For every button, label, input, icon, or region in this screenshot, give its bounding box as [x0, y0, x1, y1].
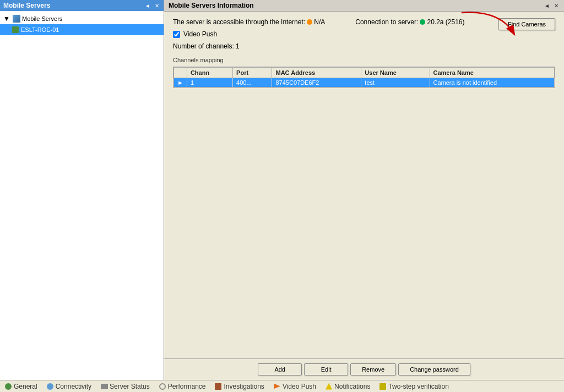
- cell-cameraname: Camera is not identified: [430, 78, 555, 88]
- edit-button[interactable]: Edit: [304, 363, 348, 375]
- connectivity-icon: [46, 383, 54, 390]
- row-arrow-cell: ►: [174, 78, 187, 88]
- connection-status-dot: [420, 19, 425, 25]
- status-investigations-label: Investigations: [224, 383, 264, 390]
- internet-status-value: N/A: [314, 18, 325, 26]
- sidebar-pin-button[interactable]: ◄: [144, 3, 151, 9]
- tree-item-eslt-label: ESLT-ROE-01: [21, 26, 59, 33]
- add-button[interactable]: Add: [258, 363, 302, 375]
- notifications-icon: [325, 383, 333, 390]
- col-channel: Chann: [187, 68, 232, 78]
- change-password-button[interactable]: Change password: [398, 363, 470, 375]
- status-notifications-label: Notifications: [334, 383, 370, 390]
- status-two-step-label: Two-step verification: [388, 383, 448, 390]
- table-header-row: Chann Port MAC Address User Name Camera …: [174, 68, 555, 78]
- performance-icon: [159, 383, 166, 390]
- tree-item-eslt-roe-01[interactable]: ESLT-ROE-01: [0, 24, 164, 35]
- annotation-arrow: [456, 12, 522, 37]
- top-info-row: The server is accessible through the Int…: [173, 18, 555, 55]
- server-group-icon: [12, 14, 21, 23]
- status-connectivity-label: Connectivity: [56, 383, 91, 390]
- status-server-status-label: Server Status: [110, 383, 150, 390]
- node-icon: [11, 25, 20, 34]
- cell-port: 400...: [233, 78, 272, 88]
- col-username: User Name: [361, 68, 430, 78]
- col-cameraname: Camera Name: [430, 68, 555, 78]
- panel-header: Mobile Servers Information ◄ ✕: [164, 0, 564, 12]
- cell-username: test: [361, 78, 430, 88]
- col-mac: MAC Address: [272, 68, 361, 78]
- status-two-step[interactable]: Two-step verification: [379, 383, 448, 390]
- sidebar: Mobile Servers ◄ ✕ ▼ Mobile Servers ESLT…: [0, 0, 164, 380]
- status-general[interactable]: General: [4, 383, 37, 390]
- status-video-push-label: Video Push: [283, 383, 316, 390]
- sidebar-title: Mobile Servers: [3, 2, 50, 9]
- status-performance-label: Performance: [168, 383, 206, 390]
- sidebar-header-controls: ◄ ✕: [144, 3, 160, 9]
- sidebar-close-button[interactable]: ✕: [154, 3, 160, 9]
- channels-count: Number of channels: 1: [173, 42, 240, 50]
- right-panel: Mobile Servers Information ◄ ✕ The serve…: [164, 0, 564, 380]
- server-status-icon: [100, 383, 108, 390]
- channels-table: Chann Port MAC Address User Name Camera …: [173, 67, 555, 88]
- connection-label: Connection to server:: [355, 18, 418, 26]
- sidebar-header: Mobile Servers ◄ ✕: [0, 0, 164, 11]
- video-push-row: Video Push: [173, 30, 498, 38]
- internet-label: The server is accessible through the Int…: [173, 18, 305, 26]
- cell-mac: 8745C07DE6F2: [272, 78, 361, 88]
- status-investigations[interactable]: Investigations: [214, 383, 264, 390]
- panel-header-controls: ◄ ✕: [543, 3, 560, 9]
- status-performance[interactable]: Performance: [159, 383, 206, 390]
- channels-count-row: Number of channels: 1: [173, 42, 498, 50]
- investigations-icon: [214, 383, 222, 390]
- col-port: Port: [233, 68, 272, 78]
- status-server-status[interactable]: Server Status: [100, 383, 150, 390]
- status-video-push[interactable]: Video Push: [273, 383, 316, 390]
- general-icon: [4, 383, 12, 390]
- remove-button[interactable]: Remove: [350, 363, 396, 375]
- panel-content: The server is accessible through the Int…: [164, 12, 564, 358]
- channels-table-container: Chann Port MAC Address User Name Camera …: [173, 67, 555, 88]
- panel-pin-button[interactable]: ◄: [543, 3, 551, 9]
- panel-title: Mobile Servers Information: [169, 2, 254, 9]
- status-connectivity[interactable]: Connectivity: [46, 383, 91, 390]
- sidebar-tree: ▼ Mobile Servers ESLT-ROE-01: [0, 11, 164, 380]
- internet-info-row: The server is accessible through the Int…: [173, 18, 498, 26]
- internet-status-dot: [307, 19, 312, 25]
- left-info: The server is accessible through the Int…: [173, 18, 498, 55]
- video-push-status-icon: [273, 383, 281, 390]
- channels-heading: Channels mapping: [173, 57, 555, 63]
- bottom-buttons: Add Edit Remove Change password: [164, 358, 564, 380]
- two-step-icon: [379, 383, 387, 390]
- tree-expand-icon: ▼: [2, 14, 11, 23]
- status-notifications[interactable]: Notifications: [325, 383, 370, 390]
- tree-item-mobile-servers-label: Mobile Servers: [22, 15, 62, 22]
- cell-channel: 1: [187, 78, 232, 88]
- table-row[interactable]: ► 1 400... 8745C07DE6F2 test Camera is n…: [174, 78, 555, 88]
- status-bar: General Connectivity Server Status Perfo…: [0, 380, 564, 392]
- tree-item-mobile-servers[interactable]: ▼ Mobile Servers: [0, 13, 164, 24]
- video-push-checkbox[interactable]: [173, 31, 180, 38]
- right-controls: Find Cameras: [498, 18, 555, 30]
- video-push-label[interactable]: Video Push: [183, 30, 217, 38]
- status-general-label: General: [14, 383, 37, 390]
- col-arrow: [174, 68, 187, 78]
- panel-close-button[interactable]: ✕: [553, 3, 560, 9]
